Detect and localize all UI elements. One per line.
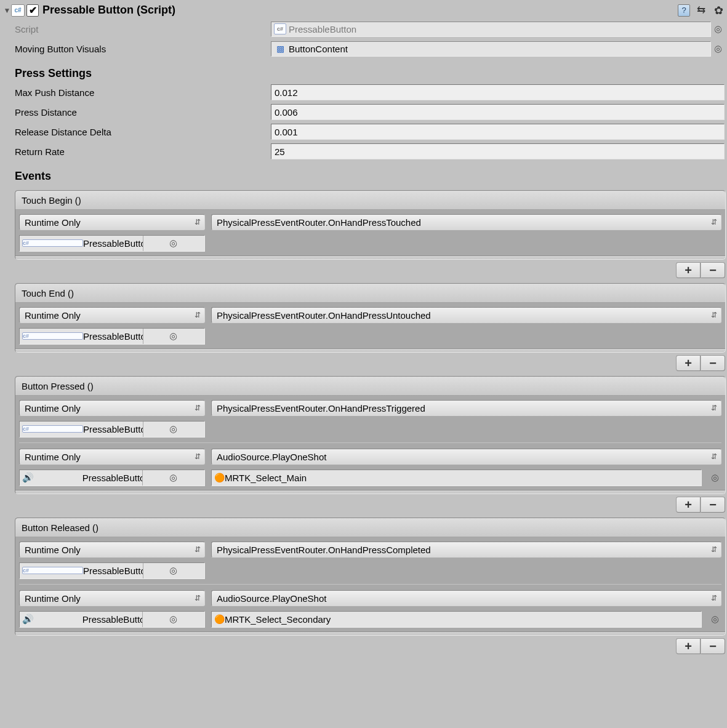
- event-target-field[interactable]: 🔊PressableButtonPlated (A: [19, 470, 205, 486]
- add-event-button[interactable]: +: [676, 355, 701, 371]
- script-value: PressableButton: [289, 24, 356, 34]
- object-picker-icon[interactable]: [143, 563, 203, 578]
- remove-event-button[interactable]: −: [701, 497, 725, 513]
- object-picker-icon[interactable]: [143, 422, 203, 437]
- add-event-button[interactable]: +: [676, 262, 701, 278]
- event-argument-value: MRTK_Select_Main: [225, 473, 307, 483]
- script-icon: c#: [11, 4, 25, 17]
- press-settings-header: Press Settings: [2, 58, 725, 82]
- audiosource-icon: 🔊: [22, 472, 82, 483]
- call-state-dropdown[interactable]: Runtime Only: [19, 307, 205, 323]
- component-title: Pressable Button (Script): [42, 4, 175, 17]
- audioclip-icon: 🟠: [214, 473, 225, 482]
- csharp-icon: c#: [22, 567, 83, 574]
- remove-event-button[interactable]: −: [701, 355, 725, 371]
- audioclip-icon: 🟠: [214, 614, 225, 624]
- event-title: Button Released (): [15, 518, 725, 537]
- press-distance-input[interactable]: 0.006: [271, 104, 725, 120]
- call-state-dropdown[interactable]: Runtime Only: [19, 542, 205, 558]
- call-state-dropdown[interactable]: Runtime Only: [19, 214, 205, 230]
- csharp-icon: c#: [274, 23, 286, 34]
- event-target-value: PressableButtonPlated (A: [82, 473, 143, 483]
- function-dropdown[interactable]: PhysicalPressEventRouter.OnHandPressTouc…: [211, 214, 721, 230]
- object-picker-icon[interactable]: [708, 472, 721, 483]
- add-event-button[interactable]: +: [676, 638, 701, 654]
- function-dropdown[interactable]: PhysicalPressEventRouter.OnHandPressComp…: [211, 542, 721, 558]
- event-title: Touch End (): [15, 284, 725, 303]
- help-icon[interactable]: ?: [678, 4, 690, 17]
- event-group: Touch End ()Runtime OnlyPhysicalPressEve…: [15, 283, 726, 371]
- event-group: Touch Begin ()Runtime OnlyPhysicalPressE…: [15, 190, 726, 278]
- call-state-dropdown[interactable]: Runtime Only: [19, 590, 205, 606]
- press-distance-label: Press Distance: [15, 107, 271, 118]
- function-dropdown[interactable]: AudioSource.PlayOneShot: [211, 449, 721, 465]
- return-rate-input[interactable]: 25: [271, 143, 725, 159]
- event-target-value: PressableButtonPlated (P: [83, 566, 143, 576]
- event-target-field[interactable]: 🔊PressableButtonPlated (A: [19, 611, 205, 628]
- call-state-dropdown[interactable]: Runtime Only: [19, 449, 205, 465]
- enable-checkbox[interactable]: ✔: [26, 4, 39, 17]
- script-label: Script: [15, 24, 271, 34]
- event-target-field[interactable]: c#PressableButtonPlated (P: [19, 328, 205, 345]
- event-argument-field[interactable]: 🟠MRTK_Select_Secondary: [211, 611, 702, 628]
- object-picker-icon[interactable]: [711, 43, 725, 54]
- object-picker-icon[interactable]: [708, 614, 721, 625]
- add-event-button[interactable]: +: [676, 497, 701, 513]
- object-picker-icon[interactable]: [143, 329, 203, 344]
- remove-event-button[interactable]: −: [701, 638, 725, 654]
- event-target-field[interactable]: c#PressableButtonPlated (P: [19, 421, 205, 438]
- event-group: Button Released ()Runtime OnlyPhysicalPr…: [15, 518, 726, 654]
- csharp-icon: c#: [22, 239, 83, 247]
- max-push-distance-label: Max Push Distance: [15, 87, 271, 98]
- call-state-dropdown[interactable]: Runtime Only: [19, 400, 205, 416]
- preset-icon[interactable]: ⇆: [695, 4, 707, 17]
- gameobject-icon: ▩: [274, 43, 286, 54]
- event-target-value: PressableButtonPlated (P: [83, 331, 143, 342]
- events-header: Events: [2, 161, 725, 185]
- event-target-value: PressableButtonPlated (P: [83, 424, 143, 434]
- csharp-icon: c#: [22, 332, 83, 340]
- function-dropdown[interactable]: PhysicalPressEventRouter.OnHandPressUnto…: [211, 307, 721, 323]
- csharp-icon: c#: [22, 425, 83, 433]
- event-target-value: PressableButtonPlated (A: [82, 614, 143, 625]
- object-picker-icon[interactable]: [142, 470, 203, 486]
- event-title: Touch Begin (): [15, 191, 725, 210]
- gear-icon[interactable]: ✿: [712, 4, 725, 17]
- moving-button-visuals-value: ButtonContent: [289, 44, 348, 54]
- function-dropdown[interactable]: PhysicalPressEventRouter.OnHandPressTrig…: [211, 400, 721, 416]
- moving-button-visuals-label: Moving Button Visuals: [15, 44, 271, 54]
- audiosource-icon: 🔊: [22, 614, 82, 625]
- release-distance-delta-label: Release Distance Delta: [15, 127, 271, 137]
- moving-button-visuals-field[interactable]: ▩ ButtonContent: [271, 41, 711, 57]
- event-group: Button Pressed ()Runtime OnlyPhysicalPre…: [15, 376, 726, 513]
- remove-event-button[interactable]: −: [701, 262, 725, 278]
- foldout-toggle-icon[interactable]: [2, 5, 11, 15]
- event-target-value: PressableButtonPlated (P: [83, 238, 143, 249]
- object-picker-icon[interactable]: [143, 236, 203, 251]
- object-picker-icon[interactable]: [711, 23, 725, 34]
- event-title: Button Pressed (): [15, 377, 725, 396]
- event-target-field[interactable]: c#PressableButtonPlated (P: [19, 235, 205, 252]
- event-argument-field[interactable]: 🟠MRTK_Select_Main: [211, 470, 702, 486]
- event-argument-value: MRTK_Select_Secondary: [225, 614, 331, 625]
- max-push-distance-input[interactable]: 0.012: [271, 84, 725, 100]
- event-target-field[interactable]: c#PressableButtonPlated (P: [19, 562, 205, 579]
- function-dropdown[interactable]: AudioSource.PlayOneShot: [211, 590, 721, 606]
- return-rate-label: Return Rate: [15, 146, 271, 157]
- script-field: c# PressableButton: [271, 22, 711, 37]
- component-header: c# ✔ Pressable Button (Script) ? ⇆ ✿: [2, 1, 725, 19]
- release-distance-delta-input[interactable]: 0.001: [271, 124, 725, 140]
- object-picker-icon[interactable]: [142, 612, 203, 627]
